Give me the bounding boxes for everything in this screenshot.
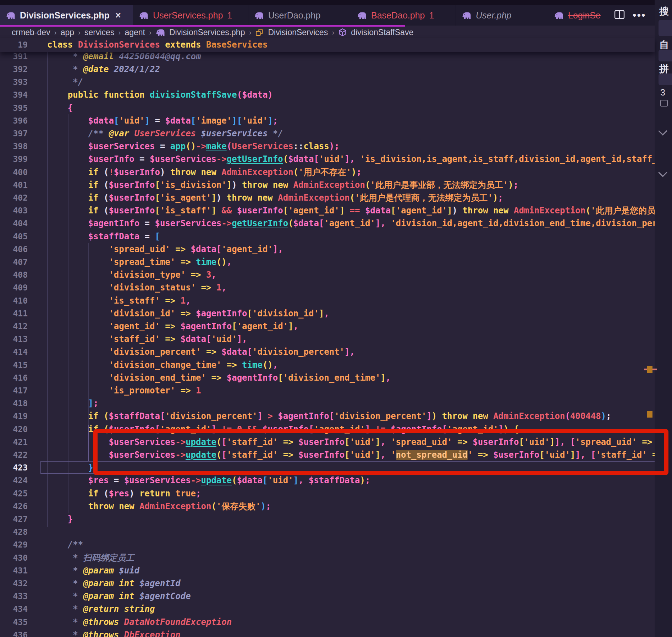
code-line-409[interactable]: 409 'division_status' => 1,	[0, 281, 655, 294]
line-number[interactable]: 417	[0, 384, 28, 397]
line-number[interactable]: 415	[0, 359, 28, 372]
code-line-392[interactable]: 392 * @date 2024/1/22	[0, 63, 655, 76]
line-number[interactable]: 402	[0, 191, 28, 205]
keyboard-icon[interactable]	[660, 100, 668, 107]
code-line-411[interactable]: 411 'division_id' => $agentInfo['divisio…	[0, 307, 655, 320]
line-number[interactable]: 414	[0, 345, 28, 359]
code-line-429[interactable]: 429 /**	[0, 538, 655, 551]
code-line-397[interactable]: 397 /** @var UserServices $userServices …	[0, 127, 655, 140]
line-number[interactable]: 411	[0, 307, 28, 320]
line-number[interactable]: 410	[0, 294, 28, 307]
line-number[interactable]: 409	[0, 281, 28, 294]
code-line-434[interactable]: 434 * @return string	[0, 603, 655, 616]
code-line-410[interactable]: 410 'is_staff' => 1,	[0, 294, 655, 307]
line-number[interactable]: 430	[0, 551, 28, 565]
strip-button[interactable]	[659, 74, 672, 85]
line-number[interactable]: 408	[0, 268, 28, 282]
code-line-399[interactable]: 399 $userInfo = $userServices->getUserIn…	[0, 153, 655, 166]
code-line-393[interactable]: 393 */	[0, 76, 655, 89]
code-line-415[interactable]: 415 'division_change_time' => time(),	[0, 359, 655, 372]
chevron-down-icon[interactable]	[658, 126, 667, 135]
code-line-396[interactable]: 396 $data['uid'] = $data['image']['uid']…	[0, 114, 655, 127]
code-line-405[interactable]: 405 $staffData = [	[0, 230, 655, 243]
line-number[interactable]: 425	[0, 487, 28, 500]
line-number[interactable]: 393	[0, 76, 28, 89]
code-line-395[interactable]: 395 {	[0, 102, 655, 115]
strip-button[interactable]	[659, 50, 672, 61]
code-line-398[interactable]: 398 $userServices = app()->make(UserServ…	[0, 140, 655, 153]
code-line-402[interactable]: 402 if ($userInfo['is_agent']) throw new…	[0, 191, 655, 205]
code-line-431[interactable]: 431 * @param $uid	[0, 564, 655, 577]
line-number[interactable]: 419	[0, 410, 28, 423]
line-number[interactable]: 400	[0, 166, 28, 179]
code-text: $userServices = app()->make(UserServices…	[47, 140, 340, 153]
code-line-416[interactable]: 416 'division_end_time' => $agentInfo['d…	[0, 371, 655, 385]
line-number[interactable]: 406	[0, 243, 28, 256]
code-line-408[interactable]: 408 'division_type' => 3,	[0, 268, 655, 282]
code-line-404[interactable]: 404 $agentInfo = $userServices->getUserI…	[0, 217, 655, 230]
code-line-435[interactable]: 435 * @throws DataNotFoundException	[0, 616, 655, 629]
code-line-412[interactable]: 412 'agent_id' => $agentInfo['agent_id']…	[0, 320, 655, 333]
line-number[interactable]: 422	[0, 448, 28, 462]
line-number[interactable]: 423	[0, 461, 28, 474]
line-number[interactable]: 397	[0, 127, 28, 140]
code-line-436[interactable]: 436 * @throws DbException	[0, 628, 655, 637]
line-number[interactable]: 431	[0, 564, 28, 577]
code-line-432[interactable]: 432 * @param int $agentId	[0, 577, 655, 590]
sticky-scroll-header[interactable]: 19 class DivisionServices extends BaseSe…	[0, 38, 655, 52]
code-line-417[interactable]: 417 'is_promoter' => 1	[0, 384, 655, 397]
line-number[interactable]: 424	[0, 474, 28, 487]
line-number[interactable]: 418	[0, 397, 28, 410]
strip-button[interactable]	[659, 20, 672, 36]
line-number[interactable]: 412	[0, 320, 28, 333]
code-editor-area[interactable]: 391 * @email 442506044@qq.com392 * @date…	[0, 0, 655, 637]
line-number[interactable]: 427	[0, 513, 28, 526]
code-line-394[interactable]: 394 public function divisionStaffSave($d…	[0, 88, 655, 102]
line-number[interactable]: 428	[0, 526, 28, 539]
line-number[interactable]: 407	[0, 256, 28, 269]
line-number[interactable]: 398	[0, 140, 28, 153]
line-number[interactable]: 395	[0, 102, 28, 115]
code-line-419[interactable]: 419 if ($staffData['division_percent'] >…	[0, 410, 655, 423]
code-text: 'is_staff' => 1,	[47, 294, 191, 307]
code-line-407[interactable]: 407 'spread_time' => time(),	[0, 256, 655, 269]
line-number[interactable]: 429	[0, 538, 28, 551]
line-number[interactable]: 404	[0, 217, 28, 230]
code-line-403[interactable]: 403 if ($userInfo['is_staff'] && $userIn…	[0, 204, 655, 217]
line-number[interactable]: 433	[0, 590, 28, 603]
line-number[interactable]: 434	[0, 603, 28, 616]
line-number[interactable]: 396	[0, 114, 28, 127]
code-line-427[interactable]: 427 }	[0, 513, 655, 526]
line-number[interactable]: 391	[0, 50, 28, 63]
line-number[interactable]: 421	[0, 436, 28, 449]
line-number[interactable]: 432	[0, 577, 28, 590]
code-line-428[interactable]: 428	[0, 526, 655, 539]
line-number[interactable]: 416	[0, 371, 28, 385]
code-line-418[interactable]: 418 ];	[0, 397, 655, 410]
line-number[interactable]: 405	[0, 230, 28, 243]
code-line-425[interactable]: 425 if ($res) return true;	[0, 487, 655, 500]
line-number[interactable]: 435	[0, 616, 28, 629]
code-line-433[interactable]: 433 * @param int $agentCode	[0, 590, 655, 603]
line-number[interactable]: 403	[0, 204, 28, 217]
line-number[interactable]: 401	[0, 179, 28, 192]
code-line-426[interactable]: 426 throw new AdminException('保存失败');	[0, 500, 655, 513]
code-line-430[interactable]: 430 * 扫码绑定员工	[0, 551, 655, 565]
line-number[interactable]: 413	[0, 333, 28, 346]
code-line-424[interactable]: 424 $res = $userServices->update($data['…	[0, 474, 655, 487]
line-number[interactable]: 426	[0, 500, 28, 513]
chevron-down-icon[interactable]	[658, 168, 667, 177]
code-line-400[interactable]: 400 if (!$userInfo) throw new AdminExcep…	[0, 166, 655, 179]
strip-char-custom[interactable]: 自	[659, 38, 669, 51]
code-line-406[interactable]: 406 'spread_uid' => $data['agent_id'],	[0, 243, 655, 256]
code-line-414[interactable]: 414 'division_percent' => $data['divisio…	[0, 345, 655, 359]
line-number[interactable]: 394	[0, 88, 28, 102]
code-line-401[interactable]: 401 if ($userInfo['is_division']) throw …	[0, 179, 655, 192]
line-number[interactable]: 392	[0, 63, 28, 76]
code-line-391[interactable]: 391 * @email 442506044@qq.com	[0, 50, 655, 63]
code-line-413[interactable]: 413 'staff_id' => $data['uid'],	[0, 333, 655, 346]
line-number[interactable]: 420	[0, 423, 28, 436]
line-number[interactable]: 436	[0, 628, 28, 637]
line-number[interactable]: 399	[0, 153, 28, 166]
strip-char-search[interactable]: 搜	[659, 5, 669, 18]
